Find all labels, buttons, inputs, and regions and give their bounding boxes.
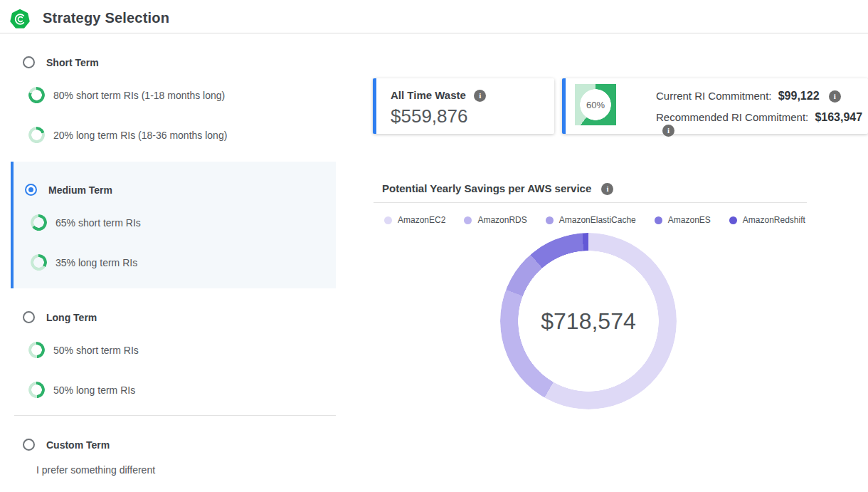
strategy-label-medium-term[interactable]: Medium Term	[48, 184, 112, 196]
legend-dot	[384, 216, 392, 224]
current-ri-value: $99,122	[778, 90, 820, 102]
percent-ring-65	[31, 214, 47, 231]
legend-dot	[546, 216, 554, 224]
legend-dot	[655, 216, 662, 224]
chart-title: Potential Yearly Savings per AWS service…	[382, 182, 613, 195]
strategy-label-custom-term[interactable]: Custom Term	[46, 439, 110, 451]
chart-legend: AmazonEC2 AmazonRDS AmazonElastiCache Am…	[384, 215, 805, 225]
strategy-label-short-term[interactable]: Short Term	[46, 57, 99, 68]
info-icon[interactable]: i	[601, 183, 613, 195]
donut-total-value: $718,574	[500, 233, 677, 409]
radio-long-term[interactable]	[23, 311, 35, 323]
legend-dot	[464, 216, 472, 224]
waste-card-title: All Time Waste	[391, 89, 466, 101]
legend-dot	[729, 216, 737, 224]
commitment-percent-label: 60%	[575, 84, 616, 125]
option-label: 80% short term RIs (1-18 months long)	[53, 90, 225, 101]
option-label: 65% short term RIs	[55, 217, 141, 229]
legend-item-amazonec2[interactable]: AmazonEC2	[384, 215, 445, 225]
section-divider	[14, 415, 336, 416]
radio-short-term[interactable]	[23, 56, 35, 68]
radio-medium-term[interactable]	[25, 184, 37, 196]
strategy-label-long-term[interactable]: Long Term	[46, 312, 97, 323]
percent-ring-80	[28, 87, 45, 103]
legend-item-amazonrds[interactable]: AmazonRDS	[464, 215, 526, 225]
percent-ring-35	[31, 254, 47, 271]
info-icon[interactable]: i	[662, 125, 674, 137]
chart-divider	[374, 202, 807, 203]
info-icon[interactable]: i	[474, 90, 486, 102]
current-ri-commitment-line: Current RI Commitment: $99,122 i	[656, 90, 841, 103]
legend-item-amazones[interactable]: AmazonES	[655, 215, 711, 225]
legend-item-amazonelasticache[interactable]: AmazonElastiCache	[546, 215, 636, 225]
current-ri-label: Current RI Commitment:	[656, 90, 772, 102]
custom-term-description: I prefer something different	[36, 464, 155, 476]
waste-value: $559,876	[391, 105, 467, 127]
percent-ring-50b	[28, 382, 45, 398]
percent-ring-20	[28, 127, 45, 143]
recommended-ri-commitment-line: Recommended RI Commitment: $163,947 i	[656, 111, 868, 137]
option-label: 50% short term RIs	[53, 345, 139, 356]
recommended-ri-label: Recommended RI Commitment:	[656, 111, 808, 123]
legend-item-amazonredshift[interactable]: AmazonRedshift	[729, 215, 805, 225]
option-label: 50% long term RIs	[53, 384, 135, 396]
info-icon[interactable]: i	[829, 90, 841, 103]
all-time-waste-card: All Time Waste i $559,876	[373, 78, 554, 134]
radio-custom-term[interactable]	[23, 439, 35, 451]
option-label: 20% long term RIs (18-36 months long)	[53, 130, 227, 141]
strategy-selection-page: Strategy Selection Short Term 80% short …	[0, 0, 868, 492]
option-label: 35% long term RIs	[55, 257, 137, 268]
page-title: Strategy Selection	[43, 10, 169, 26]
percent-ring-50a	[28, 342, 45, 358]
brand-logo-icon	[10, 9, 30, 29]
recommended-ri-value: $163,947	[815, 111, 862, 123]
